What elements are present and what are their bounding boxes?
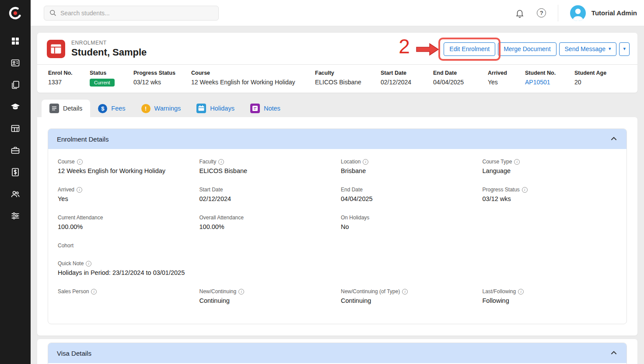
people-icon <box>10 189 20 199</box>
summary-faculty: Faculty ELICOS Bisbane <box>315 70 381 87</box>
invoice-dollar-icon <box>10 167 20 177</box>
chevron-down-icon: ▾ <box>623 46 626 52</box>
student-no-link[interactable]: AP10501 <box>525 79 571 86</box>
enrolment-details-panel: Enrolment Details Coursei 12 Weeks Engli… <box>48 128 627 324</box>
info-icon[interactable]: i <box>77 159 83 165</box>
contact-card-icon <box>10 58 20 68</box>
user-name: Tutorial Admin <box>592 9 637 17</box>
field-last-following: Last/Followingi Following <box>483 288 617 305</box>
summary-end-date: End Date 04/04/2025 <box>433 70 488 87</box>
tab-holidays[interactable]: Holidays <box>189 100 242 117</box>
field-course: Coursei 12 Weeks English for Working Hol… <box>58 159 192 175</box>
enrolment-summary-row: Enrol No. 1337 Status Current Progress S… <box>37 64 637 93</box>
table-icon <box>10 124 20 133</box>
field-cohort: Cohort <box>58 243 192 249</box>
sidebar-item-agents[interactable] <box>10 145 21 156</box>
enrolment-tabs: Details $ Fees ! Warnings <box>42 100 637 117</box>
sidebar-nav <box>10 26 21 221</box>
info-icon[interactable]: i <box>522 187 528 193</box>
enrolment-header-card: ENROLMENT Student, Sample 2 Edit Enrolme… <box>37 33 637 93</box>
chevron-up-icon[interactable] <box>610 349 618 357</box>
sidebar <box>0 0 31 364</box>
summary-start-date: Start Date 02/12/2024 <box>381 70 433 87</box>
notes-icon <box>250 104 260 113</box>
user-menu[interactable]: Tutorial Admin <box>569 5 637 21</box>
header-actions: 2 Edit Enrolment Merge Document Send Mes… <box>444 42 630 56</box>
merge-document-button[interactable]: Merge Document <box>498 42 556 56</box>
help-button[interactable]: ? <box>536 7 547 19</box>
summary-student-age: Student Age 20 <box>574 70 630 87</box>
status-badge: Current <box>90 79 115 87</box>
sidebar-item-finance[interactable] <box>10 167 21 177</box>
summary-arrived: Arrived Yes <box>488 70 525 87</box>
field-on-holidays: On Holidays No <box>341 215 476 231</box>
enrolment-details-panel-header[interactable]: Enrolment Details <box>48 129 626 149</box>
graduation-cap-icon <box>10 102 20 111</box>
more-actions-dropdown-button[interactable]: ▾ <box>619 42 630 56</box>
app-window: ? Tutorial Admin <box>0 0 644 364</box>
chevron-up-icon[interactable] <box>610 135 618 143</box>
calendar-icon <box>196 104 206 113</box>
field-new-continuing-of-type: New/Continuing (of Type)i Continuing <box>341 288 476 305</box>
annotation-step-number: 2 <box>399 35 410 58</box>
student-search <box>44 6 219 21</box>
info-icon[interactable]: i <box>518 289 524 295</box>
panel-title: Enrolment Details <box>57 135 108 143</box>
app-logo[interactable] <box>0 0 31 26</box>
sidebar-item-staff[interactable] <box>10 189 21 199</box>
sliders-icon <box>10 211 20 221</box>
empty-cell <box>483 243 617 249</box>
field-course-type: Course Typei Language <box>483 159 617 175</box>
info-icon[interactable]: i <box>363 159 368 165</box>
summary-progress-status: Progress Status 03/12 wks <box>133 70 191 87</box>
field-location: Locationi Brisbane <box>341 159 476 175</box>
info-icon[interactable]: i <box>402 289 408 295</box>
edit-enrolment-button[interactable]: Edit Enrolment <box>444 42 495 56</box>
visa-details-card: Visa Details <box>37 339 637 364</box>
info-icon[interactable]: i <box>218 159 224 165</box>
sidebar-item-settings[interactable] <box>10 211 21 221</box>
documents-icon <box>10 80 20 90</box>
field-start-date: Start Date 02/12/2024 <box>200 187 334 203</box>
info-icon[interactable]: i <box>514 159 520 165</box>
avatar <box>570 5 586 21</box>
summary-enrol-no: Enrol No. 1337 <box>48 70 90 87</box>
field-progress-status: Progress Statusi 03/12 wks <box>483 187 617 203</box>
summary-status: Status Current <box>90 70 133 87</box>
field-sales-person: Sales Personi <box>58 288 192 305</box>
summary-student-no: Student No. AP10501 <box>525 70 574 87</box>
field-arrived: Arrivedi Yes <box>58 187 192 203</box>
details-tab-content: Enrolment Details Coursei 12 Weeks Engli… <box>37 117 637 336</box>
sidebar-item-dashboard[interactable] <box>10 36 21 46</box>
tab-fees[interactable]: $ Fees <box>90 100 133 117</box>
info-icon[interactable]: i <box>86 261 91 267</box>
chevron-down-icon: ▾ <box>609 46 611 52</box>
enrolment-details-panel-body: Coursei 12 Weeks English for Working Hol… <box>48 149 626 324</box>
sidebar-item-students[interactable] <box>10 58 21 68</box>
notifications-button[interactable] <box>514 7 525 19</box>
sidebar-item-courses[interactable] <box>10 101 21 112</box>
summary-course: Course 12 Weeks English for Working Holi… <box>191 70 315 87</box>
panel-title: Visa Details <box>57 350 91 357</box>
send-message-button[interactable]: Send Message ▾ <box>559 42 617 56</box>
sidebar-item-timetables[interactable] <box>10 123 21 134</box>
empty-cell <box>341 260 476 277</box>
info-icon[interactable]: i <box>238 289 244 295</box>
tab-details[interactable]: Details <box>42 100 90 117</box>
empty-cell <box>200 243 334 249</box>
warning-icon: ! <box>141 104 150 113</box>
info-icon[interactable]: i <box>77 187 82 193</box>
visa-details-panel-header[interactable]: Visa Details <box>48 343 626 363</box>
info-icon[interactable]: i <box>91 289 97 295</box>
visa-details-panel: Visa Details <box>48 343 627 364</box>
dashboard-icon <box>10 36 20 46</box>
search-input[interactable] <box>60 10 213 17</box>
field-overall-attendance: Overall Attendance 100.00% <box>200 215 334 231</box>
app-logo-icon <box>8 6 23 21</box>
tab-warnings[interactable]: ! Warnings <box>133 100 189 117</box>
details-icon <box>49 104 59 113</box>
sidebar-item-documents[interactable] <box>10 80 21 90</box>
field-faculty: Facultyi ELICOS Bisbane <box>200 159 334 175</box>
tab-notes[interactable]: Notes <box>242 100 288 117</box>
field-quick-note: Quick Notei Holidays in Period: 23/12/20… <box>58 260 334 277</box>
